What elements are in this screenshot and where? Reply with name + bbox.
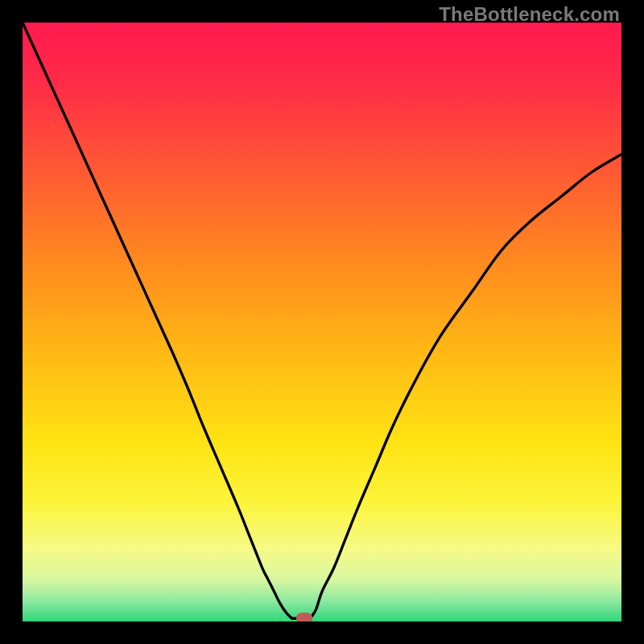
plot-area — [23, 23, 621, 621]
bottleneck-curve — [23, 23, 621, 621]
optimum-marker — [296, 613, 312, 621]
chart-frame: TheBottleneck.com — [0, 0, 644, 644]
curve-left-branch — [23, 23, 292, 618]
curve-right-branch — [310, 155, 621, 619]
